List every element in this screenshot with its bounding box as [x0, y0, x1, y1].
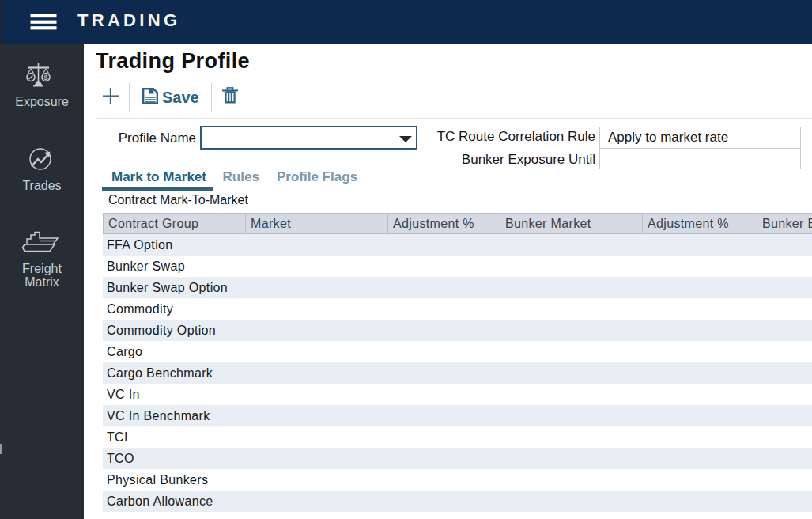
svg-text:$: $ — [43, 74, 47, 81]
